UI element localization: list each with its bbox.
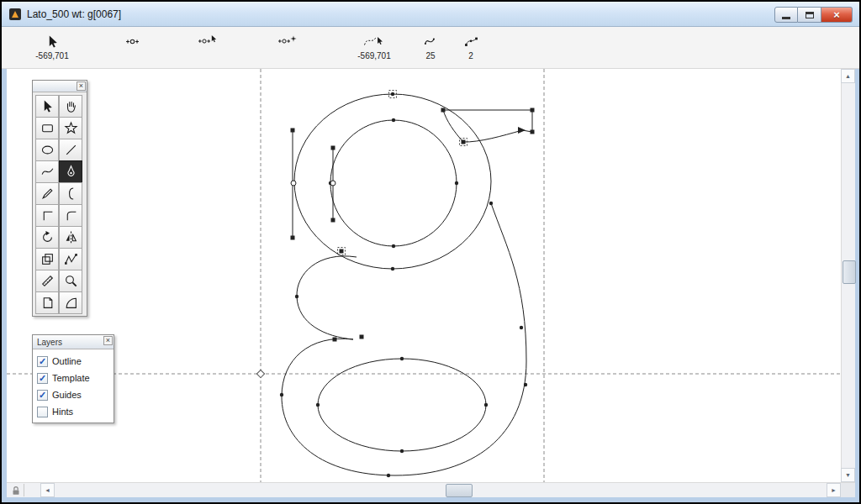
close-button[interactable]: × <box>821 7 853 23</box>
toolbar-item-insert-node-star <box>262 33 313 50</box>
close-icon: × <box>833 8 840 21</box>
nodes-count-icon[interactable] <box>452 33 489 50</box>
glyph-canvas[interactable]: × <box>7 69 855 482</box>
pencil-tool[interactable] <box>35 182 59 205</box>
pointer-coordinates: -569,701 <box>27 51 77 60</box>
insert-node-cursor-icon[interactable] <box>182 33 233 50</box>
measure-icon <box>40 274 55 288</box>
rectangle-tool[interactable] <box>35 117 59 139</box>
star-tool[interactable] <box>59 117 82 139</box>
layer-label-guides[interactable]: Guides <box>52 390 82 400</box>
app-icon <box>8 8 22 21</box>
control-handles <box>291 108 535 342</box>
rounded-corner-icon <box>64 208 78 223</box>
padlock-icon <box>10 485 22 496</box>
toolbar-item-pointer: -569,701 <box>27 33 77 60</box>
minimize-button[interactable] <box>774 7 798 23</box>
on-curve-nodes <box>280 92 527 477</box>
curve-tool[interactable] <box>35 160 59 183</box>
contours-count: 2 <box>452 51 489 60</box>
zoom-tool[interactable] <box>59 270 82 292</box>
layer-checkbox-hints[interactable] <box>37 407 48 417</box>
layer-row-template: ✓ Template <box>33 370 114 386</box>
layers-palette-header[interactable]: Layers × <box>33 335 114 349</box>
hand-icon <box>64 99 78 113</box>
corner-tool[interactable] <box>35 204 59 227</box>
pen-icon <box>64 165 78 179</box>
add-node-icon[interactable] <box>107 33 157 50</box>
layer-checkbox-template[interactable]: ✓ <box>37 373 48 384</box>
scroll-left-button[interactable]: ◄ <box>40 483 55 497</box>
toolbar-item-add-node <box>107 33 157 50</box>
maximize-button[interactable] <box>798 7 821 23</box>
horizontal-scroll-thumb[interactable] <box>446 484 473 497</box>
hand-tool[interactable] <box>59 95 82 118</box>
curve-icon <box>40 165 55 179</box>
origin-marker <box>256 370 264 377</box>
flip-icon <box>64 230 78 244</box>
curve-cursor-icon[interactable] <box>345 33 404 50</box>
window-title: Lato_500 wt: g[0067] <box>27 8 121 20</box>
layer-label-outline[interactable]: Outline <box>52 356 82 366</box>
s-curve-tool[interactable] <box>59 182 82 205</box>
selected-node-boxes <box>338 91 467 255</box>
toolbar-item-contours: 2 <box>452 33 489 60</box>
rectangle-icon <box>40 121 55 135</box>
contour-tool[interactable] <box>35 291 59 314</box>
toolbar-item-node: -569,701 <box>345 33 404 60</box>
vertical-scroll-thumb[interactable] <box>843 260 856 284</box>
transform-icon <box>40 252 55 266</box>
close-icon[interactable]: × <box>103 336 113 345</box>
flip-tool[interactable] <box>59 226 82 249</box>
layer-checkbox-outline[interactable]: ✓ <box>37 356 48 367</box>
glyph-contours <box>282 94 532 475</box>
layer-list: ✓ Outline ✓ Template ✓ Guides Hints <box>33 349 114 423</box>
arc-tool[interactable] <box>59 291 82 314</box>
transform-tool[interactable] <box>35 248 59 270</box>
edit-arrow-icon[interactable] <box>27 33 77 50</box>
pencil-icon <box>40 186 55 201</box>
ellipse-tool[interactable] <box>35 139 59 161</box>
line-icon <box>64 143 78 157</box>
titlebar: Lato_500 wt: g[0067] × <box>2 2 859 27</box>
scroll-up-button[interactable]: ▲ <box>841 69 855 83</box>
guides <box>7 69 841 482</box>
toolbar-item-points: 25 <box>412 33 449 60</box>
wave-icon[interactable] <box>412 33 449 50</box>
rotate-icon <box>40 230 55 244</box>
layers-title: Layers <box>37 338 62 347</box>
layer-row-guides: ✓ Guides <box>33 386 114 403</box>
bottom-bar: ◄ ► <box>7 482 855 497</box>
layer-label-template[interactable]: Template <box>52 373 90 383</box>
zigzag-tool[interactable] <box>59 248 82 270</box>
insert-node-star-icon[interactable] <box>262 33 313 50</box>
pointer-icon <box>40 99 55 113</box>
maximize-icon <box>806 12 814 18</box>
measure-tool[interactable] <box>35 270 59 292</box>
vertical-scrollbar[interactable]: ▲ ▼ <box>841 69 855 482</box>
s-curve-icon <box>64 186 78 201</box>
close-icon[interactable]: × <box>77 81 86 91</box>
toolbar-item-insert-node-cursor <box>182 33 233 50</box>
layer-label-hints[interactable]: Hints <box>52 407 73 417</box>
arc-icon <box>64 296 78 310</box>
pen-tool[interactable] <box>59 160 82 183</box>
rotate-tool[interactable] <box>35 226 59 249</box>
toolbar: -569,701 -569,701 25 2 <box>2 27 859 69</box>
lock-button[interactable] <box>8 484 24 496</box>
scroll-right-button[interactable]: ► <box>827 483 841 497</box>
line-tool[interactable] <box>59 139 82 161</box>
rounded-corner-tool[interactable] <box>59 204 82 227</box>
node-coordinates: -569,701 <box>345 51 404 60</box>
scroll-down-button[interactable]: ▼ <box>841 468 855 482</box>
tool-palette-header[interactable]: × <box>33 81 87 92</box>
layer-row-outline: ✓ Outline <box>33 353 114 370</box>
tool-palette: × <box>32 80 87 317</box>
glyph-editing-area[interactable] <box>7 69 841 482</box>
minimize-icon <box>782 17 790 19</box>
fontlab-window: Lato_500 wt: g[0067] × -569,701 <box>0 0 861 504</box>
window-controls: × <box>774 7 853 23</box>
star-icon <box>64 121 78 135</box>
pointer-tool[interactable] <box>35 95 59 118</box>
layer-checkbox-guides[interactable]: ✓ <box>37 390 48 401</box>
